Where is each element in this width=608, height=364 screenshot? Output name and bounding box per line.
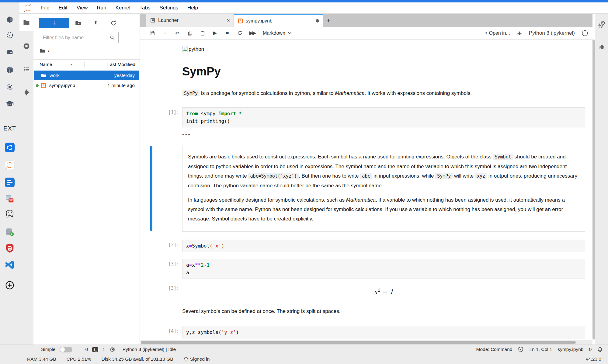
unsaved-changes-dot[interactable] <box>316 19 319 23</box>
new-tab-button[interactable]: + <box>323 14 334 27</box>
menu-run[interactable]: Run <box>92 5 111 11</box>
menu-help[interactable]: Help <box>183 5 203 11</box>
oracle-xe-database-icon[interactable]: XE <box>0 193 19 205</box>
app-notes-icon[interactable] <box>0 176 19 189</box>
stop-kernel-button[interactable]: ■ <box>221 30 234 36</box>
input-prompt: [2]: <box>140 240 182 252</box>
debugger-bug-icon[interactable] <box>517 30 522 36</box>
add-cell-button[interactable]: + <box>159 30 171 36</box>
column-name[interactable]: Name <box>33 62 52 67</box>
active-filename[interactable]: sympy.ipynb <box>558 347 583 352</box>
active-cell-collapser-bar[interactable] <box>150 146 152 231</box>
new-folder-button[interactable] <box>69 20 87 26</box>
upload-button[interactable] <box>87 20 105 26</box>
code-editor[interactable]: a=x**2-1 a <box>182 259 585 279</box>
cell-type-select[interactable]: Markdown <box>263 30 292 36</box>
run-cell-button[interactable]: ▶ <box>209 30 221 36</box>
file-row-work[interactable]: work yesterday <box>34 71 139 80</box>
trust-shield-icon[interactable] <box>518 346 524 352</box>
postgresql-icon[interactable] <box>0 208 19 220</box>
terminals-count[interactable]: 0 <box>85 347 88 352</box>
vscode-icon[interactable] <box>0 259 19 271</box>
markdown-cell-image[interactable]: python <box>140 46 585 52</box>
code-editor[interactable]: from sympy import * init_printing() <box>182 107 585 127</box>
menu-file[interactable]: File <box>36 5 54 11</box>
tab-file-browser[interactable] <box>19 14 33 31</box>
file-browser-toolbar: + <box>33 17 140 29</box>
kernels-count[interactable]: 1 <box>102 347 105 352</box>
tab-running-sessions[interactable] <box>19 39 33 53</box>
code-editor[interactable]: x=Symbol('x') <box>182 240 585 252</box>
command-mode-indicator[interactable]: Mode: Command <box>476 347 512 352</box>
refresh-button[interactable] <box>105 20 122 26</box>
debugger-bug-icon[interactable] <box>595 43 608 50</box>
dashed-selection-icon[interactable] <box>0 29 19 41</box>
tab-launcher[interactable]: Launcher × <box>146 14 234 27</box>
code-cell-4[interactable]: [4]: y,z=symbols('y z') <box>140 326 585 338</box>
menu-tabs[interactable]: Tabs <box>135 5 155 11</box>
app-jupyter-icon[interactable] <box>0 159 19 171</box>
open-in-dropdown[interactable]: ▾ Open in... <box>485 30 510 36</box>
menu-settings[interactable]: Settings <box>155 5 183 11</box>
collapsed-output-dots[interactable]: ••• <box>182 131 191 138</box>
simple-mode-toggle[interactable] <box>60 347 72 352</box>
filter-files-input[interactable] <box>39 35 109 40</box>
column-last-modified[interactable]: Last Modified <box>84 62 140 67</box>
hexagon-package-icon[interactable] <box>0 14 19 26</box>
menu-kernel[interactable]: Kernel <box>111 5 135 11</box>
breadcrumb-root[interactable]: / <box>48 48 50 54</box>
bell-icon[interactable] <box>597 346 603 353</box>
code-cell-1[interactable]: [1]: from sympy import * init_printing() <box>140 107 585 127</box>
close-icon[interactable]: × <box>227 17 230 24</box>
cut-cell-button[interactable]: ✂ <box>171 30 184 36</box>
tab-extensions[interactable] <box>19 85 33 99</box>
code-cell-2[interactable]: [2]: x=Symbol('x') <box>140 240 585 252</box>
kernel-name[interactable]: Python 3 (ipykernel) <box>529 30 575 36</box>
kernel-status-text[interactable]: Python 3 (ipykernel) | Idle <box>123 347 176 352</box>
restart-kernel-button[interactable] <box>234 30 246 36</box>
launcher-icon <box>150 18 155 23</box>
tab-table-of-contents[interactable] <box>19 62 33 76</box>
menu-view[interactable]: View <box>72 5 92 11</box>
restart-run-all-button[interactable]: ▶▶ <box>246 30 259 36</box>
markdown-cell-several[interactable]: Several symbols can be defined at once. … <box>140 308 585 314</box>
signed-in-status: Signed in <box>190 356 210 362</box>
vertical-scrollbar-thumb[interactable] <box>592 40 595 339</box>
vertical-scrollbar[interactable] <box>592 40 595 340</box>
add-circle-icon[interactable] <box>0 279 19 291</box>
file-browser-panel: + / Name ▲ Last Modified work <box>33 14 140 345</box>
horizontal-scrollbar-thumb[interactable] <box>141 341 576 344</box>
tab-bar: Launcher × sympy.ipynb + <box>140 14 592 27</box>
kernel-status-icon[interactable] <box>582 30 588 36</box>
cube-3d-icon[interactable] <box>0 64 19 76</box>
property-inspector-gears-icon[interactable] <box>595 20 608 28</box>
dock-ext-label: EXT <box>0 125 19 132</box>
sort-asc-icon[interactable]: ▲ <box>70 63 73 66</box>
paste-cell-button[interactable] <box>196 30 209 36</box>
database-run-icon[interactable] <box>0 226 19 238</box>
code-cell-3[interactable]: [3]: a=x**2-1 a <box>140 259 585 279</box>
markdown-cell-symbols[interactable]: Symbols are basic bricks used to constru… <box>140 145 585 232</box>
server-icon[interactable] <box>0 46 19 58</box>
file-row-sympy[interactable]: sympy.ipynb 1 minute ago <box>34 81 139 90</box>
notebook-scroll-area[interactable]: python SymPy SymPy is a package for symb… <box>140 40 592 340</box>
graduation-cap-icon[interactable] <box>0 98 19 110</box>
notifications-count[interactable]: 0 <box>589 347 592 352</box>
tab-sympy-notebook[interactable]: sympy.ipynb <box>234 14 323 27</box>
code-editor[interactable]: y,z=symbols('y z') <box>182 326 585 338</box>
orbit-camera-icon[interactable] <box>0 81 19 93</box>
horizontal-scrollbar[interactable] <box>140 340 592 345</box>
markdown-intro-cell[interactable]: SymPy is a package for symbolic calculat… <box>140 90 585 96</box>
markdown-title-cell[interactable]: SymPy <box>140 65 585 78</box>
collapsed-output-1[interactable]: ••• <box>140 131 585 138</box>
save-button[interactable] <box>146 30 159 36</box>
menu-edit[interactable]: Edit <box>54 5 72 11</box>
menubar: File Edit View Run Kernel Tabs Settings … <box>19 2 608 14</box>
home-folder-icon[interactable] <box>40 48 46 54</box>
stop-circle-icon <box>23 43 30 50</box>
red-database-shield-icon[interactable] <box>0 242 19 254</box>
cursor-position[interactable]: Ln 1, Col 1 <box>529 347 552 352</box>
copy-cell-button[interactable] <box>184 30 196 36</box>
new-launcher-button[interactable]: + <box>39 18 69 28</box>
app-blue-c-icon[interactable] <box>0 141 19 154</box>
